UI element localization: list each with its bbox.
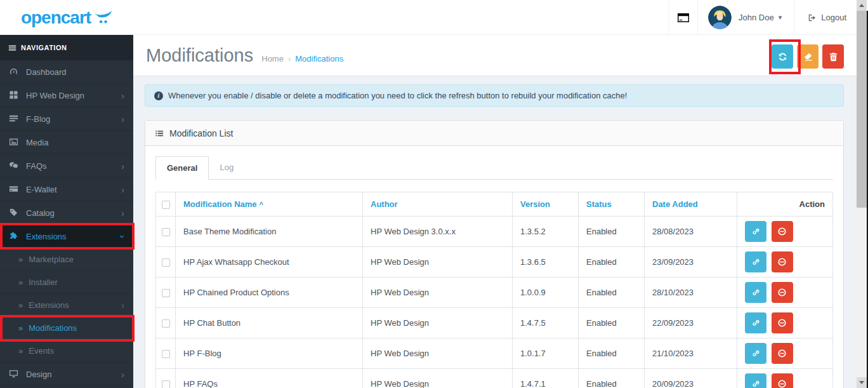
- cell-version: 1.3.6.5: [513, 247, 579, 278]
- eraser-icon: [803, 52, 813, 62]
- select-all-checkbox[interactable]: [162, 201, 170, 209]
- cell-status: Enabled: [579, 338, 645, 369]
- minus-circle-icon: [777, 379, 787, 388]
- minus-circle-icon: [777, 257, 787, 267]
- sidebar-subitem-label: Events: [29, 346, 54, 356]
- vertical-scrollbar[interactable]: [857, 0, 867, 388]
- modules-grid-icon: [9, 90, 19, 100]
- row-checkbox[interactable]: [162, 319, 170, 328]
- tags-icon: [9, 208, 19, 218]
- disable-button[interactable]: [772, 282, 793, 303]
- cell-version: 1.4.7.1: [513, 369, 579, 388]
- triangle-down-icon: [859, 381, 864, 384]
- table-row: HP Chat Button HP Web Design 1.4.7.5 Ena…: [156, 308, 833, 338]
- sidebar-subitem-extensions[interactable]: » Extensions ›: [0, 294, 133, 317]
- sidebar-item-media[interactable]: Media: [0, 131, 133, 154]
- disable-button[interactable]: [772, 373, 793, 388]
- breadcrumb-current-link[interactable]: Modifications: [295, 54, 343, 64]
- cell-author: HP Web Design: [363, 247, 513, 278]
- opencart-logo[interactable]: opencart: [0, 0, 133, 35]
- monitor-icon: [9, 369, 19, 379]
- logout-button[interactable]: Logout: [794, 0, 846, 35]
- sidebar-item-f-blog[interactable]: F-Blog ›: [0, 107, 133, 131]
- tab-general[interactable]: General: [155, 156, 209, 180]
- link-button[interactable]: [745, 282, 766, 303]
- sidebar-item-label: Media: [26, 138, 48, 147]
- cell-date-added: 23/09/2023: [645, 247, 737, 278]
- clear-button[interactable]: [797, 44, 819, 69]
- column-header-action: Action: [737, 192, 833, 217]
- disable-button[interactable]: [772, 251, 793, 272]
- cell-name: HP FAQs: [176, 369, 363, 388]
- row-checkbox[interactable]: [162, 228, 170, 236]
- scrollbar-thumb[interactable]: [857, 11, 867, 208]
- sidebar-item-extensions[interactable]: Extensions ›: [0, 225, 133, 248]
- cell-version: 1.0.1.7: [513, 338, 579, 369]
- sidebar-subitem-marketplace[interactable]: » Marketplace: [0, 248, 133, 271]
- column-header-status[interactable]: Status: [586, 199, 612, 209]
- disable-button[interactable]: [772, 221, 793, 242]
- row-checkbox[interactable]: [162, 289, 170, 297]
- trash-icon: [829, 52, 838, 62]
- row-checkbox[interactable]: [162, 258, 170, 267]
- sidebar-item-e-wallet[interactable]: E-Wallet ›: [0, 178, 133, 201]
- cell-name: HP Ajax Whatsapp Checkout: [176, 247, 363, 278]
- page-header-strip: Modifications Home › Modifications: [133, 35, 868, 76]
- avatar[interactable]: [708, 6, 732, 29]
- refresh-button[interactable]: [772, 44, 793, 69]
- page-action-buttons: [772, 44, 844, 69]
- sidebar-item-design[interactable]: Design ›: [0, 363, 133, 386]
- link-button[interactable]: [745, 343, 766, 364]
- link-button[interactable]: [745, 251, 766, 272]
- cell-name: HP Chat Button: [176, 308, 363, 338]
- cell-version: 1.0.0.9: [513, 278, 579, 308]
- table-header-row: Modification Name^ Author Version Status…: [156, 192, 833, 217]
- blog-list-icon: [9, 114, 19, 124]
- dashboard-icon: [9, 67, 19, 77]
- scrollbar-down-arrow[interactable]: [857, 377, 867, 388]
- tab-log[interactable]: Log: [209, 156, 244, 180]
- cell-name: Base Theme Modification: [176, 217, 363, 247]
- column-header-version[interactable]: Version: [520, 199, 550, 209]
- storefront-window-icon[interactable]: [669, 0, 698, 35]
- minus-circle-icon: [777, 349, 787, 358]
- cell-name: HP F-Blog: [176, 338, 363, 369]
- delete-button[interactable]: [822, 44, 844, 69]
- sidebar-subitem-events[interactable]: » Events: [0, 340, 133, 363]
- hamburger-icon: [8, 44, 16, 52]
- sidebar-item-dashboard[interactable]: Dashboard: [0, 60, 133, 84]
- disable-button[interactable]: [772, 312, 793, 333]
- user-menu[interactable]: John Doe ▾: [739, 0, 794, 35]
- cell-name: HP Chained Product Options: [176, 278, 363, 308]
- sidebar-subitem-label: Marketplace: [29, 255, 74, 264]
- scrollbar-up-arrow[interactable]: [857, 0, 867, 11]
- row-checkbox[interactable]: [162, 350, 170, 358]
- sidebar-item-hp-web-design[interactable]: HP Web Design ›: [0, 84, 133, 107]
- cell-status: Enabled: [579, 247, 645, 278]
- column-header-author[interactable]: Author: [371, 199, 398, 209]
- double-angle-icon: »: [18, 300, 23, 310]
- disable-button[interactable]: [772, 343, 793, 364]
- cell-author: HP Web Design 3.0.x.x: [363, 217, 513, 247]
- sidebar-item-faqs[interactable]: FAQs ›: [0, 154, 133, 178]
- logo-text: opencart: [21, 9, 91, 27]
- credit-card-icon: [9, 184, 19, 194]
- link-icon: [751, 257, 761, 267]
- chevron-right-icon: ›: [121, 114, 124, 124]
- minus-circle-icon: [777, 227, 787, 236]
- row-checkbox[interactable]: [162, 380, 170, 388]
- minus-circle-icon: [777, 318, 787, 328]
- link-button[interactable]: [745, 373, 766, 388]
- header-actions: John Doe ▾ Logout: [669, 0, 846, 35]
- link-button[interactable]: [745, 221, 766, 242]
- link-icon: [751, 318, 761, 328]
- sidebar-subitem-installer[interactable]: » Installer: [0, 271, 133, 294]
- column-header-modification-name[interactable]: Modification Name^: [183, 199, 263, 209]
- sidebar-item-label: F-Blog: [26, 114, 50, 124]
- sidebar-subitem-modifications[interactable]: » Modifications: [0, 317, 133, 340]
- column-header-date-added[interactable]: Date Added: [652, 199, 698, 209]
- link-button[interactable]: [745, 312, 766, 333]
- breadcrumb-home-link[interactable]: Home: [261, 54, 284, 64]
- sidebar-item-catalog[interactable]: Catalog ›: [0, 201, 133, 225]
- cell-status: Enabled: [579, 278, 645, 308]
